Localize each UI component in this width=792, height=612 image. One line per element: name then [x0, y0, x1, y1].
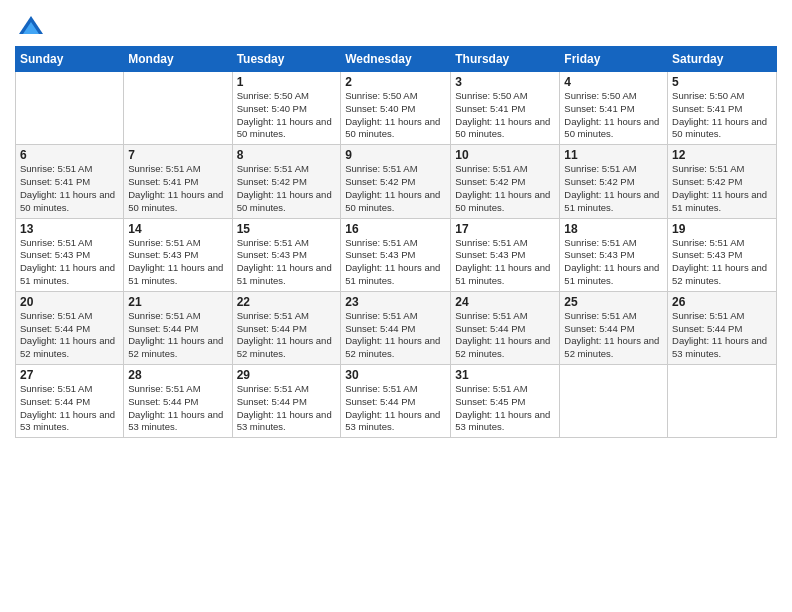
day-info: Sunrise: 5:50 AM Sunset: 5:41 PM Dayligh… — [455, 90, 555, 141]
day-number: 24 — [455, 295, 555, 309]
day-number: 13 — [20, 222, 119, 236]
calendar-cell: 16Sunrise: 5:51 AM Sunset: 5:43 PM Dayli… — [341, 218, 451, 291]
day-number: 3 — [455, 75, 555, 89]
day-number: 28 — [128, 368, 227, 382]
calendar-cell: 20Sunrise: 5:51 AM Sunset: 5:44 PM Dayli… — [16, 291, 124, 364]
calendar-cell: 15Sunrise: 5:51 AM Sunset: 5:43 PM Dayli… — [232, 218, 341, 291]
calendar-cell: 9Sunrise: 5:51 AM Sunset: 5:42 PM Daylig… — [341, 145, 451, 218]
day-number: 14 — [128, 222, 227, 236]
day-number: 12 — [672, 148, 772, 162]
day-info: Sunrise: 5:51 AM Sunset: 5:43 PM Dayligh… — [672, 237, 772, 288]
day-info: Sunrise: 5:51 AM Sunset: 5:43 PM Dayligh… — [20, 237, 119, 288]
day-info: Sunrise: 5:50 AM Sunset: 5:40 PM Dayligh… — [237, 90, 337, 141]
calendar-cell: 5Sunrise: 5:50 AM Sunset: 5:41 PM Daylig… — [668, 72, 777, 145]
calendar-cell: 14Sunrise: 5:51 AM Sunset: 5:43 PM Dayli… — [124, 218, 232, 291]
logo-icon — [17, 14, 45, 42]
day-number: 1 — [237, 75, 337, 89]
day-number: 5 — [672, 75, 772, 89]
calendar-header-thursday: Thursday — [451, 47, 560, 72]
calendar-cell: 29Sunrise: 5:51 AM Sunset: 5:44 PM Dayli… — [232, 365, 341, 438]
calendar-cell — [560, 365, 668, 438]
calendar-cell: 28Sunrise: 5:51 AM Sunset: 5:44 PM Dayli… — [124, 365, 232, 438]
calendar-cell: 23Sunrise: 5:51 AM Sunset: 5:44 PM Dayli… — [341, 291, 451, 364]
day-info: Sunrise: 5:51 AM Sunset: 5:42 PM Dayligh… — [237, 163, 337, 214]
calendar-cell: 13Sunrise: 5:51 AM Sunset: 5:43 PM Dayli… — [16, 218, 124, 291]
day-number: 2 — [345, 75, 446, 89]
day-number: 30 — [345, 368, 446, 382]
day-info: Sunrise: 5:51 AM Sunset: 5:44 PM Dayligh… — [20, 383, 119, 434]
calendar-cell: 11Sunrise: 5:51 AM Sunset: 5:42 PM Dayli… — [560, 145, 668, 218]
day-number: 19 — [672, 222, 772, 236]
calendar-cell: 4Sunrise: 5:50 AM Sunset: 5:41 PM Daylig… — [560, 72, 668, 145]
calendar-cell: 24Sunrise: 5:51 AM Sunset: 5:44 PM Dayli… — [451, 291, 560, 364]
calendar-cell: 8Sunrise: 5:51 AM Sunset: 5:42 PM Daylig… — [232, 145, 341, 218]
day-info: Sunrise: 5:51 AM Sunset: 5:42 PM Dayligh… — [345, 163, 446, 214]
day-info: Sunrise: 5:51 AM Sunset: 5:44 PM Dayligh… — [237, 383, 337, 434]
day-number: 29 — [237, 368, 337, 382]
calendar-table: SundayMondayTuesdayWednesdayThursdayFrid… — [15, 46, 777, 438]
day-number: 20 — [20, 295, 119, 309]
day-info: Sunrise: 5:51 AM Sunset: 5:43 PM Dayligh… — [455, 237, 555, 288]
logo — [15, 14, 45, 42]
day-info: Sunrise: 5:50 AM Sunset: 5:41 PM Dayligh… — [672, 90, 772, 141]
day-number: 18 — [564, 222, 663, 236]
day-info: Sunrise: 5:50 AM Sunset: 5:41 PM Dayligh… — [564, 90, 663, 141]
calendar-cell: 19Sunrise: 5:51 AM Sunset: 5:43 PM Dayli… — [668, 218, 777, 291]
calendar-cell — [668, 365, 777, 438]
calendar-cell: 31Sunrise: 5:51 AM Sunset: 5:45 PM Dayli… — [451, 365, 560, 438]
calendar-header-friday: Friday — [560, 47, 668, 72]
day-number: 27 — [20, 368, 119, 382]
day-number: 11 — [564, 148, 663, 162]
day-info: Sunrise: 5:51 AM Sunset: 5:43 PM Dayligh… — [564, 237, 663, 288]
day-info: Sunrise: 5:51 AM Sunset: 5:44 PM Dayligh… — [564, 310, 663, 361]
day-info: Sunrise: 5:50 AM Sunset: 5:40 PM Dayligh… — [345, 90, 446, 141]
day-info: Sunrise: 5:51 AM Sunset: 5:44 PM Dayligh… — [345, 383, 446, 434]
calendar-cell: 26Sunrise: 5:51 AM Sunset: 5:44 PM Dayli… — [668, 291, 777, 364]
day-info: Sunrise: 5:51 AM Sunset: 5:41 PM Dayligh… — [20, 163, 119, 214]
calendar-cell: 21Sunrise: 5:51 AM Sunset: 5:44 PM Dayli… — [124, 291, 232, 364]
day-info: Sunrise: 5:51 AM Sunset: 5:44 PM Dayligh… — [128, 310, 227, 361]
day-number: 15 — [237, 222, 337, 236]
day-info: Sunrise: 5:51 AM Sunset: 5:43 PM Dayligh… — [237, 237, 337, 288]
day-number: 21 — [128, 295, 227, 309]
day-number: 9 — [345, 148, 446, 162]
calendar-cell: 17Sunrise: 5:51 AM Sunset: 5:43 PM Dayli… — [451, 218, 560, 291]
day-info: Sunrise: 5:51 AM Sunset: 5:44 PM Dayligh… — [20, 310, 119, 361]
day-info: Sunrise: 5:51 AM Sunset: 5:43 PM Dayligh… — [345, 237, 446, 288]
day-number: 8 — [237, 148, 337, 162]
calendar-header-tuesday: Tuesday — [232, 47, 341, 72]
calendar-week-row: 6Sunrise: 5:51 AM Sunset: 5:41 PM Daylig… — [16, 145, 777, 218]
day-info: Sunrise: 5:51 AM Sunset: 5:44 PM Dayligh… — [672, 310, 772, 361]
calendar-cell: 2Sunrise: 5:50 AM Sunset: 5:40 PM Daylig… — [341, 72, 451, 145]
day-number: 26 — [672, 295, 772, 309]
calendar-week-row: 1Sunrise: 5:50 AM Sunset: 5:40 PM Daylig… — [16, 72, 777, 145]
day-info: Sunrise: 5:51 AM Sunset: 5:43 PM Dayligh… — [128, 237, 227, 288]
page-header — [15, 10, 777, 42]
calendar-week-row: 20Sunrise: 5:51 AM Sunset: 5:44 PM Dayli… — [16, 291, 777, 364]
calendar-week-row: 13Sunrise: 5:51 AM Sunset: 5:43 PM Dayli… — [16, 218, 777, 291]
day-info: Sunrise: 5:51 AM Sunset: 5:44 PM Dayligh… — [455, 310, 555, 361]
calendar-cell: 30Sunrise: 5:51 AM Sunset: 5:44 PM Dayli… — [341, 365, 451, 438]
day-info: Sunrise: 5:51 AM Sunset: 5:42 PM Dayligh… — [455, 163, 555, 214]
calendar-cell: 18Sunrise: 5:51 AM Sunset: 5:43 PM Dayli… — [560, 218, 668, 291]
calendar-header-row: SundayMondayTuesdayWednesdayThursdayFrid… — [16, 47, 777, 72]
day-info: Sunrise: 5:51 AM Sunset: 5:42 PM Dayligh… — [564, 163, 663, 214]
day-info: Sunrise: 5:51 AM Sunset: 5:45 PM Dayligh… — [455, 383, 555, 434]
calendar-header-monday: Monday — [124, 47, 232, 72]
calendar-cell: 3Sunrise: 5:50 AM Sunset: 5:41 PM Daylig… — [451, 72, 560, 145]
calendar-cell: 12Sunrise: 5:51 AM Sunset: 5:42 PM Dayli… — [668, 145, 777, 218]
day-number: 4 — [564, 75, 663, 89]
calendar-header-saturday: Saturday — [668, 47, 777, 72]
calendar-cell: 22Sunrise: 5:51 AM Sunset: 5:44 PM Dayli… — [232, 291, 341, 364]
calendar-cell: 27Sunrise: 5:51 AM Sunset: 5:44 PM Dayli… — [16, 365, 124, 438]
calendar-cell: 1Sunrise: 5:50 AM Sunset: 5:40 PM Daylig… — [232, 72, 341, 145]
day-number: 22 — [237, 295, 337, 309]
day-info: Sunrise: 5:51 AM Sunset: 5:41 PM Dayligh… — [128, 163, 227, 214]
calendar-cell — [124, 72, 232, 145]
day-info: Sunrise: 5:51 AM Sunset: 5:44 PM Dayligh… — [128, 383, 227, 434]
day-info: Sunrise: 5:51 AM Sunset: 5:44 PM Dayligh… — [237, 310, 337, 361]
day-info: Sunrise: 5:51 AM Sunset: 5:42 PM Dayligh… — [672, 163, 772, 214]
day-info: Sunrise: 5:51 AM Sunset: 5:44 PM Dayligh… — [345, 310, 446, 361]
calendar-cell — [16, 72, 124, 145]
calendar-week-row: 27Sunrise: 5:51 AM Sunset: 5:44 PM Dayli… — [16, 365, 777, 438]
